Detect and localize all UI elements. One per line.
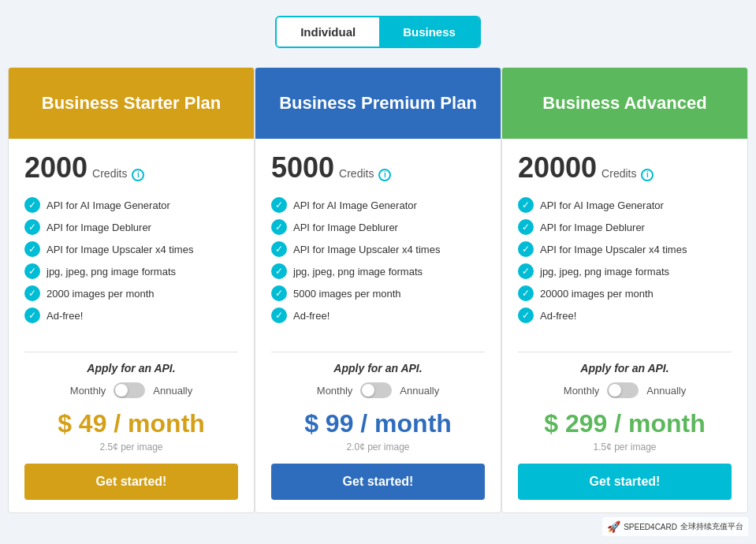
divider-starter <box>24 352 238 352</box>
info-icon-starter[interactable]: i <box>132 169 144 181</box>
tab-individual[interactable]: Individual <box>277 17 379 47</box>
api-label-premium: Apply for an API. <box>271 362 485 374</box>
check-icon: ✓ <box>518 197 534 213</box>
list-item: ✓20000 images per month <box>518 285 732 301</box>
check-icon: ✓ <box>24 197 40 213</box>
plan-card-premium: Business Premium Plan5000Creditsi✓API fo… <box>255 67 501 513</box>
feature-text: 2000 images per month <box>47 288 155 300</box>
feature-text: API for Image Deblurer <box>540 222 645 233</box>
monthly-label-advanced: Monthly <box>564 385 600 397</box>
list-item: ✓5000 images per month <box>271 285 485 301</box>
list-item: ✓Ad-free! <box>24 307 238 323</box>
feature-text: Ad-free! <box>293 310 330 322</box>
features-list-starter: ✓API for AI Image Generator✓API for Imag… <box>24 197 238 330</box>
get-started-button-advanced[interactable]: Get started! <box>518 464 732 500</box>
check-icon: ✓ <box>518 307 534 323</box>
watermark: 🚀 SPEED4CARD 全球持续充值平台 <box>602 517 748 536</box>
plan-header-starter: Business Starter Plan <box>9 68 254 139</box>
list-item: ✓API for AI Image Generator <box>518 197 732 213</box>
list-item: ✓Ad-free! <box>518 307 732 323</box>
plan-body-starter: 2000Creditsi✓API for AI Image Generator✓… <box>9 139 254 512</box>
per-image-premium: 2.0¢ per image <box>271 442 485 453</box>
api-label-starter: Apply for an API. <box>24 362 238 374</box>
toggle-row-advanced: MonthlyAnnually <box>518 382 732 398</box>
monthly-label-starter: Monthly <box>70 385 106 397</box>
toggle-switch-starter[interactable] <box>114 382 145 398</box>
tab-switcher: Individual Business <box>275 16 481 48</box>
divider-premium <box>271 352 485 352</box>
credits-label-starter: Credits <box>92 167 127 180</box>
credits-number-premium: 5000 <box>271 151 334 184</box>
check-icon: ✓ <box>24 219 40 235</box>
list-item: ✓Ad-free! <box>271 307 485 323</box>
info-icon-advanced[interactable]: i <box>641 169 654 181</box>
check-icon: ✓ <box>271 219 287 235</box>
feature-text: API for AI Image Generator <box>540 199 664 211</box>
toggle-row-premium: MonthlyAnnually <box>271 382 485 398</box>
credits-number-advanced: 20000 <box>518 151 597 184</box>
tab-business[interactable]: Business <box>379 17 479 47</box>
toggle-row-starter: MonthlyAnnually <box>24 382 238 398</box>
check-icon: ✓ <box>518 263 534 279</box>
info-icon-premium[interactable]: i <box>378 169 391 181</box>
check-icon: ✓ <box>271 241 287 257</box>
check-icon: ✓ <box>24 307 40 323</box>
per-image-advanced: 1.5¢ per image <box>518 442 732 453</box>
list-item: ✓2000 images per month <box>24 285 238 301</box>
price-advanced: $ 299 / month <box>518 409 732 438</box>
check-icon: ✓ <box>518 219 534 235</box>
credits-row-advanced: 20000Creditsi <box>518 151 732 184</box>
credits-number-starter: 2000 <box>24 151 88 184</box>
get-started-button-premium[interactable]: Get started! <box>271 464 485 500</box>
check-icon: ✓ <box>518 285 534 301</box>
feature-text: API for AI Image Generator <box>293 199 417 211</box>
divider-advanced <box>518 352 732 352</box>
feature-text: API for Image Upscaler x4 times <box>540 244 687 255</box>
watermark-text: SPEED4CARD <box>624 523 677 531</box>
plan-body-advanced: 20000Creditsi✓API for AI Image Generator… <box>502 139 747 512</box>
list-item: ✓API for Image Upscaler x4 times <box>24 241 238 257</box>
watermark-subtext: 全球持续充值平台 <box>680 521 743 532</box>
check-icon: ✓ <box>271 307 287 323</box>
list-item: ✓jpg, jpeg, png image formats <box>271 263 485 279</box>
check-icon: ✓ <box>271 285 287 301</box>
list-item: ✓API for Image Upscaler x4 times <box>518 241 732 257</box>
plans-container: Business Starter Plan2000Creditsi✓API fo… <box>8 67 748 513</box>
check-icon: ✓ <box>24 263 40 279</box>
credits-label-premium: Credits <box>339 167 374 180</box>
price-premium: $ 99 / month <box>271 409 485 438</box>
plan-card-advanced: Business Advanced20000Creditsi✓API for A… <box>501 67 748 513</box>
price-starter: $ 49 / month <box>24 409 238 438</box>
feature-text: jpg, jpeg, png image formats <box>293 266 423 278</box>
toggle-switch-advanced[interactable] <box>607 382 639 398</box>
api-label-advanced: Apply for an API. <box>518 362 732 374</box>
list-item: ✓API for AI Image Generator <box>24 197 238 213</box>
list-item: ✓API for AI Image Generator <box>271 197 485 213</box>
list-item: ✓API for Image Deblurer <box>271 219 485 235</box>
check-icon: ✓ <box>518 241 534 257</box>
check-icon: ✓ <box>24 241 40 257</box>
get-started-button-starter[interactable]: Get started! <box>24 464 238 500</box>
features-list-premium: ✓API for AI Image Generator✓API for Imag… <box>271 197 485 330</box>
annually-label-starter: Annually <box>153 385 192 397</box>
feature-text: 20000 images per month <box>540 288 654 300</box>
plan-header-advanced: Business Advanced <box>502 68 747 139</box>
feature-text: API for Image Deblurer <box>47 222 151 233</box>
toggle-switch-premium[interactable] <box>360 382 392 398</box>
feature-text: jpg, jpeg, png image formats <box>540 266 669 278</box>
feature-text: 5000 images per month <box>293 288 401 300</box>
plan-header-premium: Business Premium Plan <box>255 68 501 139</box>
feature-text: Ad-free! <box>540 310 576 322</box>
monthly-label-premium: Monthly <box>317 385 353 397</box>
feature-text: API for Image Upscaler x4 times <box>47 244 193 255</box>
check-icon: ✓ <box>24 285 40 301</box>
features-list-advanced: ✓API for AI Image Generator✓API for Imag… <box>518 197 732 330</box>
feature-text: Ad-free! <box>47 310 83 322</box>
feature-text: API for AI Image Generator <box>47 199 170 211</box>
credits-label-advanced: Credits <box>601 167 636 180</box>
credits-row-starter: 2000Creditsi <box>24 151 238 184</box>
list-item: ✓jpg, jpeg, png image formats <box>24 263 238 279</box>
feature-text: jpg, jpeg, png image formats <box>47 266 176 278</box>
per-image-starter: 2.5¢ per image <box>24 442 238 453</box>
check-icon: ✓ <box>271 197 287 213</box>
